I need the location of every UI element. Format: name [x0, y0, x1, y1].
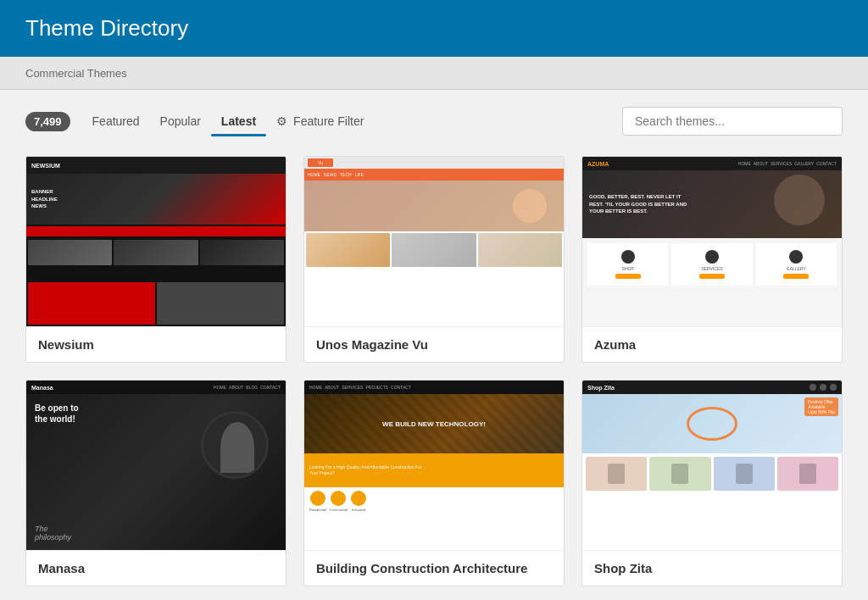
- newsium-grid: [26, 238, 286, 281]
- tab-featured[interactable]: Featured: [82, 109, 150, 133]
- theme-card-azuma[interactable]: AZUMA HOME ABOUT SERVICES GALLERY CONTAC…: [581, 156, 843, 363]
- azuma-nav-5: CONTACT: [816, 161, 837, 166]
- azuma-nav: AZUMA HOME ABOUT SERVICES GALLERY CONTAC…: [582, 157, 842, 170]
- unos-box-1: [306, 233, 390, 267]
- unos-logo: Vu: [308, 158, 333, 167]
- unos-box-2: [392, 233, 476, 267]
- shopzita-product-2: [649, 457, 710, 491]
- newsium-hero: BANNERHEADLINENEWS: [26, 174, 286, 225]
- azuma-quote: GOOD, BETTER, BEST. NEVER LET IT REST. '…: [589, 193, 691, 214]
- manasa-nav-1: HOME: [214, 385, 226, 390]
- manasa-nav-4: CONTACT: [260, 385, 281, 390]
- theme-name-manasa: Manasa: [26, 550, 286, 586]
- building-icon-2: Commercial: [330, 491, 348, 547]
- feature-filter-label: Feature Filter: [293, 114, 364, 128]
- theme-preview-newsium: NEWSIUM BANNERHEADLINENEWS: [26, 157, 286, 326]
- newsium-bottom-1: [28, 282, 155, 325]
- building-nav-2: ABOUT: [325, 385, 339, 390]
- building-circle-3: [351, 491, 366, 506]
- azuma-feat-btn-3: [783, 274, 809, 279]
- building-yellow-text: Looking For a High Quality, And Affordab…: [309, 464, 421, 476]
- azuma-nav-3: SERVICES: [771, 161, 792, 166]
- newsium-red-bar: [26, 226, 286, 236]
- shopzita-product-4: [777, 457, 838, 491]
- manasa-circle: [201, 411, 269, 479]
- page-title: Theme Directory: [25, 15, 843, 42]
- manasa-hero: Be open tothe world! Thephilosophy: [26, 394, 286, 550]
- unos-grid: [304, 231, 564, 326]
- search-input[interactable]: [622, 107, 843, 136]
- theme-name-unos: Unos Magazine Vu: [304, 326, 564, 362]
- newsium-bottom-2: [157, 282, 284, 325]
- theme-preview-azuma: AZUMA HOME ABOUT SERVICES GALLERY CONTAC…: [582, 157, 842, 326]
- unos-box-3: [478, 233, 562, 267]
- azuma-feature-1: SHOP: [587, 243, 668, 286]
- azuma-feat-icon-1: [621, 250, 635, 264]
- manasa-nav-2: ABOUT: [229, 385, 243, 390]
- newsium-thumb-2: [114, 240, 198, 265]
- theme-name-newsium: Newsium: [26, 326, 286, 362]
- unos-nav-item-3: TECH: [340, 172, 352, 177]
- unos-red-nav: HOME NEWS TECH LIFE: [304, 169, 564, 181]
- theme-card-unos[interactable]: Vu HOME NEWS TECH LIFE Unos Magazine Vu: [303, 156, 565, 363]
- theme-card-newsium[interactable]: NEWSIUM BANNERHEADLINENEWS Newsium: [25, 156, 287, 363]
- theme-name-building: Building Construction Architecture: [304, 550, 564, 586]
- theme-card-building[interactable]: HOME ABOUT SERVICES PROJECTS CONTACT WE …: [303, 380, 565, 586]
- tab-popular[interactable]: Popular: [150, 109, 211, 133]
- azuma-logo: AZUMA: [587, 161, 609, 167]
- shopzita-products: [582, 453, 842, 550]
- building-feat-label-3: Industrial: [352, 508, 365, 512]
- shopzita-promo: Festival OfferAvailableUpto 50% Flat: [804, 397, 838, 416]
- newsium-nav: NEWSIUM: [26, 157, 286, 174]
- gear-icon: ⚙: [276, 114, 287, 128]
- themes-grid: NEWSIUM BANNERHEADLINENEWS Newsium: [25, 156, 843, 586]
- manasa-nav: Manasa HOME ABOUT BLOG CONTACT: [26, 381, 286, 394]
- theme-card-manasa[interactable]: Manasa HOME ABOUT BLOG CONTACT Be open t…: [25, 380, 287, 586]
- theme-card-shopzita[interactable]: Shop Zita Festival OfferAvailableUpto 50…: [581, 380, 843, 586]
- azuma-feat-label-2: SERVICES: [701, 266, 722, 271]
- newsium-nav-logo: NEWSIUM: [31, 163, 60, 169]
- azuma-feat-icon-3: [789, 250, 803, 264]
- shopzita-hero: Festival OfferAvailableUpto 50% Flat: [582, 394, 842, 453]
- shopzita-logo: Shop Zita: [587, 385, 615, 391]
- azuma-feat-btn-1: [615, 274, 641, 279]
- building-feat-label-1: Residential: [309, 508, 326, 512]
- azuma-feature-3: GALLERY: [756, 243, 837, 286]
- unos-top-bar: Vu: [304, 157, 564, 169]
- shopzita-bike: [687, 407, 737, 441]
- shopzita-icons: [810, 384, 837, 391]
- building-slogan: WE BUILD NEW TECHNOLOGY!: [382, 420, 486, 428]
- azuma-hero: GOOD, BETTER, BEST. NEVER LET IT REST. '…: [582, 170, 842, 238]
- shopzita-nav: Shop Zita: [582, 381, 842, 394]
- azuma-feat-label-3: GALLERY: [787, 266, 806, 271]
- building-feat-label-2: Commercial: [330, 508, 348, 512]
- manasa-philosophy: Thephilosophy: [35, 525, 71, 542]
- theme-preview-shopzita: Shop Zita Festival OfferAvailableUpto 50…: [582, 381, 842, 550]
- feature-filter-button[interactable]: ⚙ Feature Filter: [266, 109, 374, 133]
- azuma-nav-links: HOME ABOUT SERVICES GALLERY CONTACT: [738, 161, 837, 166]
- azuma-nav-2: ABOUT: [754, 161, 768, 166]
- toolbar: 7,499 Featured Popular Latest ⚙ Feature …: [25, 107, 843, 136]
- azuma-features: SHOP SERVICES GALLERY: [582, 238, 842, 326]
- shopzita-product-3: [714, 457, 775, 491]
- unos-nav-item-2: NEWS: [324, 172, 337, 177]
- unos-hero: [304, 181, 564, 231]
- shopzita-icon-3: [830, 384, 837, 391]
- page-header: Theme Directory: [0, 0, 868, 57]
- shopzita-icon-1: [810, 384, 816, 391]
- building-nav-3: SERVICES: [342, 385, 363, 390]
- shopzita-product-icon-4: [799, 464, 816, 484]
- building-nav-1: HOME: [309, 385, 322, 390]
- theme-name-azuma: Azuma: [582, 326, 842, 362]
- newsium-bottom: [26, 281, 286, 326]
- tab-latest[interactable]: Latest: [211, 109, 266, 133]
- shopzita-product-icon-2: [671, 464, 688, 484]
- azuma-feat-icon-2: [705, 250, 719, 264]
- subheader: Commercial Themes: [0, 57, 868, 90]
- newsium-hero-text: BANNERHEADLINENEWS: [31, 188, 58, 209]
- tab-bar: 7,499 Featured Popular Latest ⚙ Feature …: [25, 109, 374, 133]
- shopzita-icon-2: [820, 384, 826, 391]
- building-nav-4: PROJECTS: [365, 385, 388, 390]
- main-content: 7,499 Featured Popular Latest ⚙ Feature …: [0, 90, 868, 600]
- commercial-themes-label: Commercial Themes: [25, 67, 127, 80]
